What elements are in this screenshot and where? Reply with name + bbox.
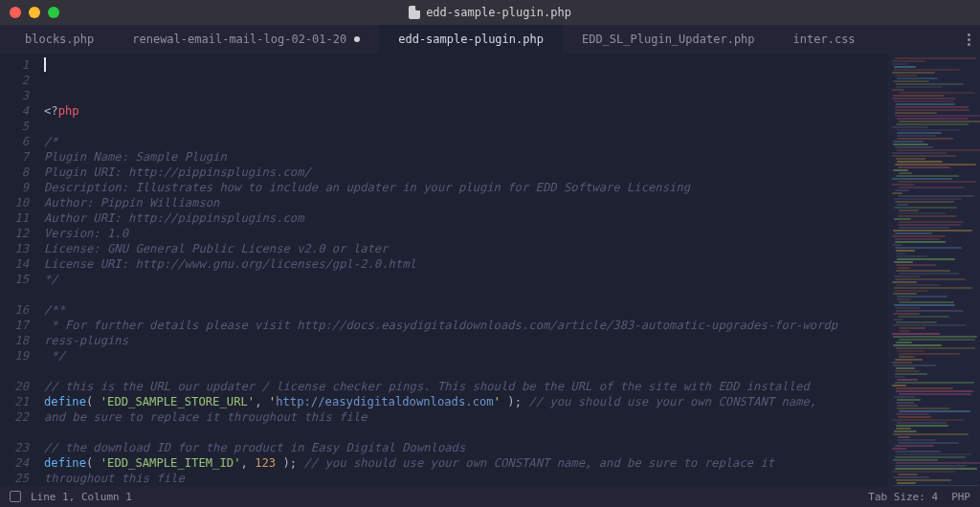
minimap-line (896, 367, 915, 369)
minimap-line (894, 69, 960, 71)
line-number[interactable]: 24 (0, 455, 29, 471)
minimap-line (894, 276, 920, 277)
line-number[interactable]: 19 (0, 348, 29, 364)
code-line[interactable]: define( 'EDD_SAMPLE_ITEM_ID', 123 ); // … (44, 455, 888, 471)
minimap-line (896, 310, 964, 312)
minimap-line (897, 379, 918, 381)
line-number[interactable]: 20 (0, 379, 29, 394)
line-number-gutter[interactable]: 1234567891011121314151617181920212223242… (0, 54, 36, 486)
line-number[interactable]: 22 (0, 409, 29, 425)
code-line[interactable]: */ (44, 272, 888, 287)
minimap-line (894, 100, 954, 102)
line-number[interactable]: 15 (0, 272, 29, 287)
code-line[interactable]: License: GNU General Public License v2.0… (44, 241, 888, 256)
code-line[interactable]: Version: 1.0 (44, 226, 888, 241)
minimap-line (892, 333, 940, 335)
minimap-line (897, 138, 953, 140)
code-line[interactable]: <?php (44, 103, 888, 119)
minimap-line (897, 161, 943, 163)
line-number[interactable] (0, 287, 29, 302)
code-line[interactable]: Author: Pippin Williamson (44, 195, 888, 210)
line-number[interactable]: 2 (0, 73, 29, 88)
code-line[interactable]: /* (44, 134, 888, 149)
code-line[interactable]: ress-plugins (44, 333, 888, 348)
line-number[interactable]: 25 (0, 471, 29, 486)
code-area[interactable]: <?php/*Plugin Name: Sample PluginPlugin … (36, 54, 888, 486)
code-line[interactable] (44, 364, 888, 379)
code-line[interactable]: */ (44, 348, 888, 364)
line-number[interactable]: 12 (0, 226, 29, 241)
minimap-line (893, 476, 929, 478)
sidebar-toggle-icon[interactable] (10, 491, 21, 502)
minimap-line (895, 359, 923, 361)
line-number[interactable] (0, 364, 29, 379)
code-line[interactable]: define( 'EDD_SAMPLE_STORE_URL', 'http://… (44, 394, 888, 409)
minimap-line (897, 296, 947, 298)
line-number[interactable]: 1 (0, 57, 29, 73)
line-number[interactable]: 16 (0, 302, 29, 318)
tab[interactable]: inter.css (774, 25, 875, 54)
tab-size[interactable]: Tab Size: 4 (868, 491, 938, 503)
code-line[interactable] (44, 425, 888, 440)
minimap-line (897, 149, 980, 151)
line-number[interactable]: 7 (0, 149, 29, 165)
line-number[interactable]: 14 (0, 256, 29, 272)
close-window-icon[interactable] (10, 7, 21, 18)
minimap-line (899, 330, 910, 332)
code-line[interactable]: Author URI: http://pippinsplugins.com (44, 210, 888, 226)
code-editor[interactable]: 1234567891011121314151617181920212223242… (0, 54, 888, 486)
code-line[interactable]: /** (44, 302, 888, 318)
line-number[interactable]: 18 (0, 333, 29, 348)
code-line[interactable]: Description: Illustrates how to include … (44, 180, 888, 195)
minimap-line (897, 482, 916, 484)
code-line[interactable]: throughout this file (44, 471, 888, 486)
line-number[interactable]: 9 (0, 180, 29, 195)
code-line[interactable] (44, 119, 888, 134)
minimap-line (892, 385, 906, 386)
code-line[interactable]: Plugin Name: Sample Plugin (44, 149, 888, 165)
line-number[interactable]: 3 (0, 88, 29, 103)
line-number[interactable]: 5 (0, 119, 29, 134)
line-number[interactable]: 10 (0, 195, 29, 210)
minimap-line (893, 143, 928, 145)
minimap-line (894, 207, 957, 209)
line-number[interactable]: 11 (0, 210, 29, 226)
line-number[interactable]: 17 (0, 318, 29, 333)
line-number[interactable]: 8 (0, 165, 29, 180)
line-number[interactable]: 21 (0, 394, 29, 409)
line-number[interactable]: 23 (0, 440, 29, 455)
minimap-line (893, 230, 972, 231)
code-line[interactable]: // this is the URL our updater / license… (44, 379, 888, 394)
code-line[interactable]: * For further details please visit http:… (44, 318, 888, 333)
line-number[interactable]: 13 (0, 241, 29, 256)
minimap-line (894, 287, 972, 289)
cursor-position[interactable]: Line 1, Column 1 (31, 491, 132, 503)
minimap-line (893, 169, 908, 171)
code-line[interactable]: Plugin URI: http://pippinsplugins.com/ (44, 165, 888, 180)
tab[interactable]: EDD_SL_Plugin_Updater.php (563, 25, 774, 54)
minimap-line (893, 485, 978, 486)
titlebar[interactable]: edd-sample-plugin.php (0, 0, 980, 25)
minimap-line (895, 445, 934, 447)
code-line[interactable] (44, 287, 888, 302)
minimap-line (892, 362, 912, 364)
status-bar: Line 1, Column 1 Tab Size: 4 PHP (0, 486, 980, 507)
syntax-mode[interactable]: PHP (951, 491, 970, 503)
minimize-window-icon[interactable] (29, 7, 40, 18)
zoom-window-icon[interactable] (48, 7, 59, 18)
code-line[interactable]: // the download ID for the product in Ea… (44, 440, 888, 455)
code-line[interactable]: License URI: http://www.gnu.org/licenses… (44, 256, 888, 272)
line-number[interactable] (0, 425, 29, 440)
minimap-line (897, 408, 950, 409)
line-number[interactable]: 6 (0, 134, 29, 149)
minimap[interactable] (888, 54, 980, 486)
tab[interactable]: renewal-email-mail-log-02-01-20 (113, 25, 379, 54)
tab-label: blocks.php (25, 33, 94, 46)
tab-menu-button[interactable] (968, 33, 970, 46)
line-number[interactable]: 4 (0, 103, 29, 119)
minimap-line (898, 350, 924, 352)
code-line[interactable]: and be sure to replace it throughout thi… (44, 409, 888, 425)
tab[interactable]: edd-sample-plugin.php (379, 25, 563, 54)
tab[interactable]: blocks.php (6, 25, 113, 54)
minimap-line (895, 468, 977, 470)
